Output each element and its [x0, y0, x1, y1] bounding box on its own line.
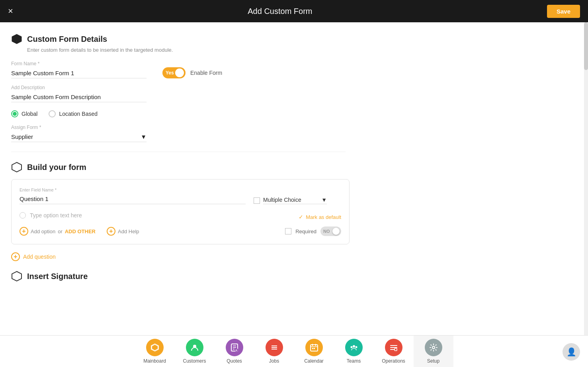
form-name-row: Form Name * Yes Enable Form [11, 61, 346, 78]
insert-signature-section: Insert Signature [11, 271, 346, 282]
option-radio[interactable] [20, 212, 26, 219]
assign-form-group: Assign Form * Supplier ▼ [11, 125, 346, 142]
scope-radio-row: Global Location Based [11, 110, 346, 117]
form-details-heading: Custom Form Details [11, 33, 346, 45]
nav-item-quotes[interactable]: $ Quotes [215, 336, 254, 367]
mainboard-label: Mainboard [143, 358, 166, 364]
or-text: or [58, 228, 63, 234]
build-form-title: Build your form [27, 163, 86, 172]
quotes-label: Quotes [227, 358, 242, 364]
nav-item-setup[interactable]: Setup [414, 336, 453, 367]
required-checkbox[interactable] [285, 228, 291, 234]
nav-item-teams[interactable]: Teams [334, 336, 374, 367]
type-dropdown-arrow: ▼ [321, 197, 327, 203]
add-option-row: + Add option or ADD OTHER + Add Help [20, 227, 139, 236]
nav-item-customers[interactable]: Customers [175, 336, 215, 367]
build-form-section: Build your form Enter Field Name * Multi… [11, 162, 346, 261]
enable-form-label: Enable Form [190, 70, 222, 76]
form-builder-card: Enter Field Name * Multiple Choice ▼ [11, 179, 350, 244]
add-option-text: Add option [31, 228, 55, 234]
form-name-group: Form Name * [11, 61, 147, 78]
svg-point-21 [353, 345, 355, 347]
close-button[interactable]: × [8, 7, 13, 16]
required-toggle[interactable]: NO [320, 226, 341, 236]
form-details-subtitle: Enter custom form details to be inserted… [27, 47, 346, 53]
nav-item-calendar[interactable]: Calendar [294, 336, 334, 367]
setup-label: Setup [427, 358, 440, 364]
add-question-label: Add question [23, 254, 56, 260]
mainboard-icon [146, 339, 164, 356]
type-selector: Multiple Choice ▼ [254, 197, 341, 204]
field-name-label: Enter Field Name * [20, 187, 246, 192]
jobs-label: Jobs [269, 358, 279, 364]
top-header: × Add Custom Form Save [0, 0, 588, 22]
build-form-heading: Build your form [11, 162, 346, 173]
field-name-group: Enter Field Name * [20, 187, 246, 204]
svg-marker-1 [12, 162, 21, 172]
location-based-option[interactable]: Location Based [49, 110, 98, 117]
toggle-slider: Yes [162, 67, 186, 78]
nav-item-mainboard[interactable]: Mainboard [135, 336, 175, 367]
svg-marker-0 [12, 34, 21, 44]
no-toggle-track[interactable] [320, 226, 341, 236]
add-other-text[interactable]: ADD OTHER [65, 228, 96, 234]
scrollbar-thumb[interactable] [584, 22, 588, 70]
option-row: Type option text here [20, 212, 82, 219]
mark-default-label: Mark as default [306, 214, 341, 220]
required-label: Required [295, 228, 316, 234]
global-label: Global [21, 111, 37, 117]
form-name-label: Form Name * [11, 61, 147, 66]
build-hex-icon [11, 162, 22, 173]
global-option[interactable]: Global [11, 110, 37, 117]
location-based-radio[interactable] [49, 110, 56, 117]
assign-form-dropdown[interactable]: Supplier ▼ [11, 132, 147, 142]
add-help-btn[interactable]: + [107, 227, 115, 236]
svg-point-23 [355, 346, 357, 348]
options-area: Type option text here ✓ Mark as default [20, 212, 341, 222]
enable-form-toggle[interactable]: Yes [162, 67, 186, 78]
nav-item-operations[interactable]: Operations [374, 336, 414, 367]
scrollbar-track [584, 22, 588, 335]
type-value: Multiple Choice [263, 197, 301, 203]
jobs-icon [266, 339, 283, 356]
header-title: Add Custom Form [248, 7, 312, 16]
field-name-input[interactable] [20, 194, 246, 204]
teams-icon [345, 339, 363, 356]
form-details-title: Custom Form Details [27, 35, 107, 44]
add-option-btn[interactable]: + [20, 227, 28, 236]
type-checkbox[interactable] [254, 197, 260, 204]
type-dropdown[interactable]: Multiple Choice ▼ [263, 197, 327, 204]
calendar-label: Calendar [304, 358, 324, 364]
insert-sig-heading: Insert Signature [11, 271, 346, 282]
add-help-text: Add Help [118, 228, 139, 234]
assign-form-label: Assign Form * [11, 125, 346, 130]
nav-item-jobs[interactable]: Jobs [254, 336, 294, 367]
mark-default-btn[interactable]: ✓ Mark as default [299, 214, 341, 220]
main-content: Custom Form Details Enter custom form de… [0, 22, 588, 335]
svg-marker-2 [12, 271, 21, 281]
description-label: Add Description [11, 85, 346, 90]
add-question-row[interactable]: + Add question [11, 252, 346, 261]
no-toggle-thumb [332, 228, 340, 235]
sig-hex-icon [11, 271, 22, 282]
user-avatar[interactable]: 👤 [563, 343, 580, 361]
location-based-label: Location Based [59, 111, 98, 117]
required-row: Required NO [285, 226, 341, 236]
description-group: Add Description [11, 85, 346, 102]
svg-rect-20 [314, 348, 315, 349]
setup-icon [425, 339, 442, 356]
assign-form-value: Supplier [11, 133, 33, 140]
dropdown-arrow-icon: ▼ [141, 133, 147, 140]
field-name-type-row: Enter Field Name * Multiple Choice ▼ [20, 187, 341, 204]
bottom-nav: Mainboard Customers $ [0, 335, 588, 367]
insert-sig-title: Insert Signature [27, 272, 88, 281]
description-input[interactable] [11, 92, 147, 102]
form-name-input[interactable] [11, 68, 147, 78]
nav-items: Mainboard Customers $ [135, 336, 453, 367]
global-radio[interactable] [11, 110, 18, 117]
quotes-icon: $ [226, 339, 243, 356]
save-button[interactable]: Save [547, 5, 580, 18]
options-bottom-row: + Add option or ADD OTHER + Add Help Req… [20, 226, 341, 236]
svg-point-22 [350, 346, 352, 348]
add-question-icon[interactable]: + [11, 252, 20, 261]
